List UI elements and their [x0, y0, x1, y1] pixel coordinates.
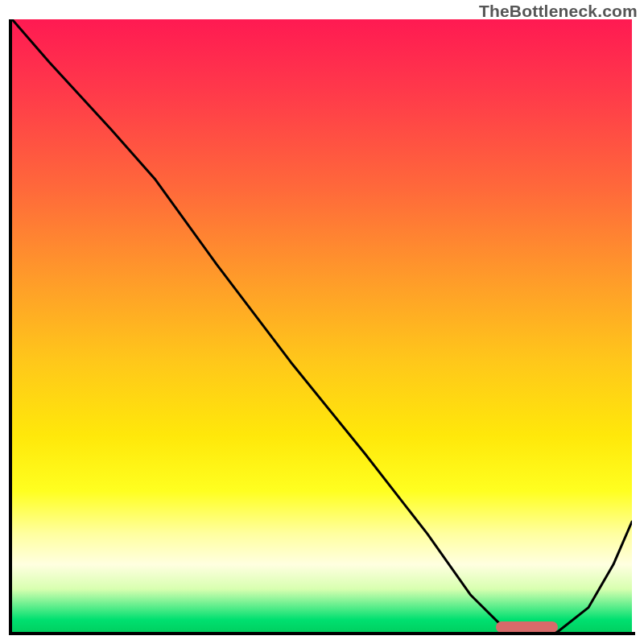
x-axis	[9, 632, 635, 635]
watermark-text: TheBottleneck.com	[479, 2, 638, 21]
plot-gradient-background	[12, 19, 632, 632]
y-axis	[9, 19, 12, 635]
bottleneck-chart: TheBottleneck.com	[0, 0, 644, 644]
optimal-marker	[496, 621, 558, 633]
